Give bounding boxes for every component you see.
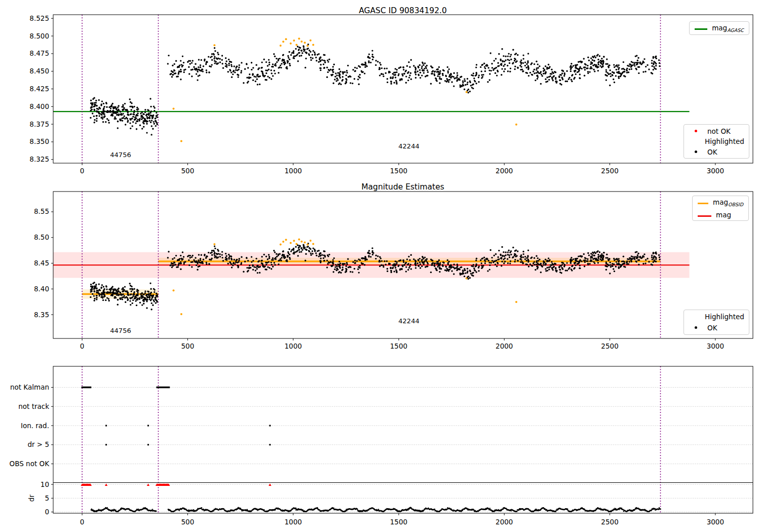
y-tick-label: 8.55: [34, 207, 49, 215]
flag-row-label: Ion. rad.: [21, 422, 49, 430]
legend-mag-lines: magOBSID mag: [692, 196, 749, 221]
top-magnitude-panel: 0500100015002000250030008.3258.3508.3758…: [29, 14, 753, 175]
x-tick-label: 3000: [707, 518, 724, 526]
red-dot-icon: [695, 130, 697, 132]
flags-dr-panel: 050010001500200025003000not Kalmannot tr…: [10, 366, 753, 526]
legend-label: OK: [707, 147, 717, 157]
x-tick-label: 500: [181, 167, 194, 175]
x-tick-label: 2500: [601, 518, 618, 526]
y-tick-label: 8.450: [29, 67, 49, 75]
x-tick-label: 2500: [601, 342, 618, 350]
top-plot-title: AGASC ID 90834192.0: [359, 6, 447, 15]
dr-tick-label: 10: [41, 480, 49, 488]
figure: 0500100015002000250030008.3258.3508.3758…: [0, 0, 760, 532]
y-tick-label: 8.500: [29, 32, 49, 40]
dr-trace: [91, 507, 661, 512]
x-tick-label: 1500: [390, 342, 407, 350]
legend-entry-not-ok: not OK: [689, 126, 744, 136]
legend-label: OK: [707, 323, 717, 333]
y-tick-label: 8.375: [29, 120, 49, 128]
top-axes: 0500100015002000250030008.3258.3508.3758…: [29, 14, 753, 175]
ok-scatter: [90, 44, 661, 136]
dr-axis-label: dr: [27, 495, 35, 502]
x-tick-label: 500: [181, 342, 194, 350]
x-tick-label: 1000: [284, 342, 301, 350]
legend-label: mag: [716, 210, 731, 222]
middle-plot-title: Magnitude Estimates: [361, 182, 444, 192]
y-tick-label: 8.425: [29, 85, 49, 93]
black-dot-icon: [695, 150, 697, 153]
legend-label: magAGASC: [712, 23, 744, 35]
orange-line-sample-icon: [698, 203, 708, 205]
legend-label: Highlighted: [705, 312, 744, 322]
legend-top-markers: not OK Highlighted OK: [683, 124, 749, 159]
flag-row-label: not track: [18, 402, 49, 410]
bottom-axes: 050010001500200025003000not Kalmannot tr…: [10, 366, 753, 526]
flag-row-label: OBS not OK: [10, 460, 50, 468]
green-line-sample-icon: [695, 28, 707, 30]
x-tick-label: 0: [80, 167, 85, 175]
y-tick-label: 8.350: [29, 137, 49, 145]
y-tick-label: 8.400: [29, 102, 49, 110]
x-tick-label: 2000: [496, 342, 513, 350]
legend-entry-mag-obsid: magOBSID: [698, 197, 743, 210]
legend-entry-mag-agasc: magAGASC: [695, 23, 744, 35]
y-tick-label: 8.50: [34, 233, 49, 241]
legend-entry-highlighted: Highlighted: [689, 312, 744, 322]
legend-entry-ok: OK: [689, 147, 744, 157]
obsid-boundary-vlines: [82, 15, 660, 163]
x-tick-label: 1000: [284, 167, 301, 175]
x-tick-label: 2500: [601, 167, 618, 175]
annotation-obsid-42244-top: 42244: [398, 142, 419, 150]
x-tick-label: 0: [80, 342, 85, 350]
dr-tick-label: 0: [45, 508, 49, 516]
not-ok-dr-markers: [81, 483, 271, 486]
x-tick-label: 2000: [496, 167, 513, 175]
legend-label: not OK: [707, 126, 731, 136]
legend-entry-mag: mag: [698, 210, 743, 222]
x-tick-label: 500: [181, 518, 194, 526]
flag-row-label: dr > 5: [27, 440, 49, 448]
annotation-obsid-44756-middle: 44756: [110, 327, 131, 334]
annotation-obsid-44756-top: 44756: [110, 151, 131, 159]
x-tick-label: 1500: [390, 167, 407, 175]
magnitude-estimates-panel: 0500100015002000250030008.358.408.458.50…: [34, 192, 753, 350]
legend-mag-agasc: magAGASC: [689, 21, 749, 35]
highlighted-scatter: [173, 37, 518, 142]
legend-entry-ok: OK: [689, 323, 744, 333]
legend-middle-markers: Highlighted OK: [683, 310, 749, 335]
obsid-boundary-vlines: [82, 366, 660, 513]
y-tick-label: 8.475: [29, 49, 49, 57]
red-line-sample-icon: [698, 215, 711, 217]
flag-row-not-kalman: [82, 387, 170, 388]
dr-tick-label: 5: [45, 494, 49, 502]
y-tick-label: 8.525: [29, 14, 49, 22]
x-tick-label: 1500: [390, 518, 407, 526]
x-tick-label: 3000: [707, 342, 724, 350]
y-tick-label: 8.35: [34, 311, 49, 319]
x-tick-label: 3000: [707, 167, 724, 175]
x-tick-label: 2000: [496, 518, 513, 526]
y-tick-label: 8.40: [34, 285, 49, 293]
legend-entry-highlighted: Highlighted: [689, 136, 744, 146]
y-tick-label: 8.325: [29, 155, 49, 163]
annotation-obsid-42244-middle: 42244: [398, 317, 419, 325]
chart-canvas: 0500100015002000250030008.3258.3508.3758…: [0, 0, 760, 532]
flag-row-label: not Kalman: [10, 383, 49, 391]
x-tick-label: 1000: [284, 518, 301, 526]
x-tick-label: 0: [80, 518, 85, 526]
black-dot-icon: [695, 326, 697, 329]
legend-label: magOBSID: [713, 197, 743, 210]
legend-label: Highlighted: [705, 136, 744, 146]
y-tick-label: 8.45: [34, 259, 49, 267]
